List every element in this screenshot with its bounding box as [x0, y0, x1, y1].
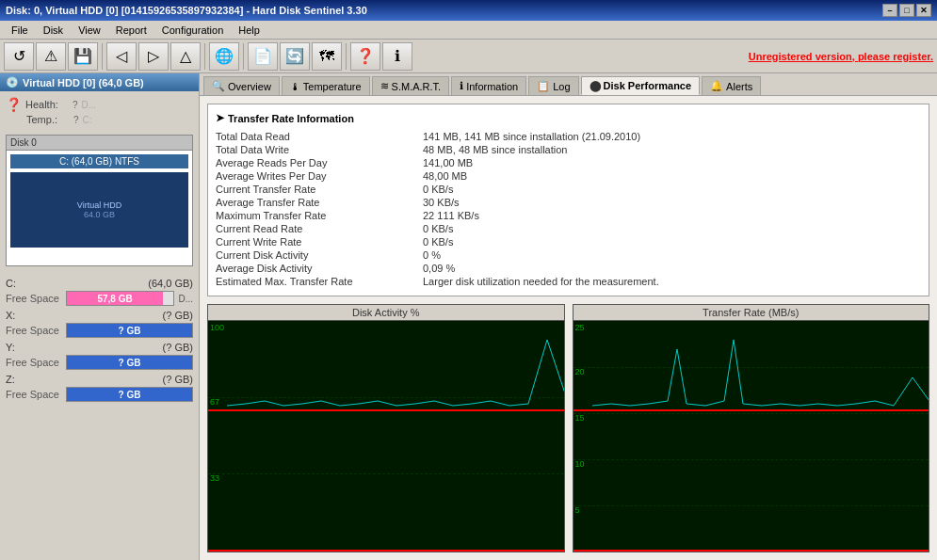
partition-list: C: (64,0 GB) Free Space 57,8 GB D... X: … — [0, 270, 199, 409]
info-row-7: Current Read Rate0 KB/s — [216, 222, 921, 235]
partition-y-header: Y: (? GB) — [6, 342, 193, 353]
information-icon: ℹ — [460, 80, 463, 92]
menu-configuration[interactable]: Configuration — [154, 23, 231, 38]
partition-z-free-label: Free Space — [6, 389, 62, 400]
toolbar-prev-btn[interactable]: ◁ — [106, 42, 137, 71]
tab-alerts[interactable]: 🔔 Alerts — [702, 76, 761, 95]
toolbar-globe-btn[interactable]: 🌐 — [209, 42, 239, 71]
info-icon: ➤ — [216, 112, 224, 124]
temp-label: Temp.: — [26, 114, 73, 125]
disk-visual: Disk 0 C: (64,0 GB) NTFS Virtual HDD 64.… — [6, 135, 193, 266]
toolbar-report-btn[interactable]: 📄 — [248, 42, 278, 71]
transfer-rate-title: Transfer Rate (MB/s) — [574, 305, 929, 321]
tab-information[interactable]: ℹ Information — [451, 76, 526, 95]
titlebar: Disk: 0, Virtual HDD [0] [01415926535897… — [0, 0, 937, 21]
transfer-rate-canvas: 25 20 15 10 5 — [574, 321, 929, 552]
info-row-6: Maximum Transfer Rate22 111 KB/s — [216, 209, 921, 222]
log-icon: 📋 — [537, 80, 550, 92]
partition-z-letter: Z: — [6, 374, 15, 385]
info-key-4: Current Transfer Rate — [216, 184, 423, 195]
chart-transfer-rate: Transfer Rate (MB/s) 25 20 15 10 5 — [573, 304, 930, 552]
partition-z-header: Z: (? GB) — [6, 374, 193, 385]
partition-y-size: (? GB) — [163, 342, 193, 353]
toolbar-about-btn[interactable]: ℹ — [382, 42, 412, 71]
toolbar-sep2 — [204, 43, 205, 70]
partition-x-header: X: (? GB) — [6, 310, 193, 321]
tab-overview[interactable]: 🔍 Overview — [203, 76, 280, 95]
minimize-button[interactable]: – — [882, 4, 897, 17]
health-suffix: D... — [82, 100, 97, 110]
temp-value: ? — [73, 115, 79, 125]
disk-performance-label: Disk Performance — [604, 80, 692, 91]
info-row-4: Current Transfer Rate0 KB/s — [216, 183, 921, 196]
toolbar-next-btn[interactable]: ▷ — [138, 42, 169, 71]
partition-x: X: (? GB) Free Space ? GB — [6, 310, 193, 338]
menu-file[interactable]: File — [4, 23, 36, 38]
smart-icon: ≋ — [380, 80, 389, 92]
menu-view[interactable]: View — [71, 23, 108, 38]
partition-y: Y: (? GB) Free Space ? GB — [6, 342, 193, 370]
toolbar-refresh-btn[interactable]: ↺ — [4, 42, 34, 71]
partition-c-bar-fill: 57,8 GB — [67, 292, 163, 305]
info-table: Total Data Read141 MB, 141 MB since inst… — [216, 130, 921, 288]
info-key-7: Current Read Rate — [216, 223, 423, 234]
info-key-8: Current Write Rate — [216, 236, 423, 248]
partition-c-header: C: (64,0 GB) — [6, 278, 193, 289]
maximize-button[interactable]: □ — [899, 4, 914, 17]
partition-c-free-label: Free Space — [6, 293, 62, 304]
menubar: File Disk View Report Configuration Help — [0, 21, 937, 40]
toolbar-info-btn[interactable]: ⚠ — [36, 42, 66, 71]
toolbar-save-btn[interactable]: 💾 — [68, 42, 98, 71]
partition-x-size: (? GB) — [163, 310, 193, 321]
toolbar-sep1 — [102, 43, 103, 70]
alerts-icon: 🔔 — [710, 80, 723, 92]
disk-activity-title: Disk Activity % — [208, 305, 564, 321]
transfer-rate-svg — [574, 321, 929, 552]
toolbar-help-btn[interactable]: ❓ — [350, 42, 380, 71]
overview-label: Overview — [228, 81, 271, 92]
info-key-2: Average Reads Per Day — [216, 157, 423, 168]
menu-disk[interactable]: Disk — [36, 23, 71, 38]
partition-x-bar-row: Free Space ? GB — [6, 323, 193, 338]
info-val-3: 48,00 MB — [423, 170, 467, 182]
info-row-8: Current Write Rate0 KB/s — [216, 235, 921, 248]
partition-c-size: (64,0 GB) — [148, 278, 193, 289]
unregistered-label[interactable]: Unregistered version, please register. — [749, 51, 933, 62]
info-val-9: 0 % — [423, 249, 441, 261]
info-val-0: 141 MB, 141 MB since installation (21.09… — [423, 131, 640, 142]
partition-x-letter: X: — [6, 310, 15, 321]
menu-report[interactable]: Report — [108, 23, 154, 38]
info-row-11: Estimated Max. Transfer RateLarger disk … — [216, 275, 921, 288]
toolbar-map-btn[interactable]: 🗺 — [312, 42, 342, 71]
tab-log[interactable]: 📋 Log — [528, 76, 578, 95]
info-key-10: Average Disk Activity — [216, 263, 423, 274]
transfer-rate-info-box: ➤ Transfer Rate Information Total Data R… — [207, 104, 929, 296]
titlebar-controls: – □ ✕ — [882, 4, 931, 17]
main-layout: 💿 Virtual HDD [0] (64,0 GB) ❓ Health: ? … — [0, 73, 937, 560]
info-key-11: Estimated Max. Transfer Rate — [216, 276, 423, 287]
close-button[interactable]: ✕ — [916, 4, 931, 17]
info-key-1: Total Data Write — [216, 144, 423, 155]
partition-y-bar-fill: ? GB — [67, 356, 192, 369]
drive-header: 💿 Virtual HDD [0] (64,0 GB) — [0, 73, 199, 91]
tab-disk-performance[interactable]: ⬤ Disk Performance — [581, 76, 701, 95]
information-label: Information — [466, 81, 518, 92]
partition-x-free-label: Free Space — [6, 325, 62, 336]
partition-z-size: (? GB) — [163, 374, 193, 385]
tab-smart[interactable]: ≋ S.M.A.R.T. — [372, 76, 450, 95]
log-label: Log — [553, 81, 570, 92]
titlebar-text: Disk: 0, Virtual HDD [0] [01415926535897… — [6, 5, 367, 16]
partition-c-icon[interactable]: D... — [178, 294, 193, 304]
menu-help[interactable]: Help — [231, 23, 267, 38]
toolbar-chart-btn[interactable]: 🔄 — [280, 42, 310, 71]
info-val-5: 30 KB/s — [423, 197, 460, 208]
disk-activity-canvas: 100 67 33 — [208, 321, 564, 552]
toolbar: ↺ ⚠ 💾 ◁ ▷ △ 🌐 📄 🔄 🗺 ❓ ℹ Unregistered ver… — [0, 40, 937, 73]
toolbar-up-btn[interactable]: △ — [170, 42, 201, 71]
tab-temperature[interactable]: 🌡 Temperature — [282, 76, 370, 95]
info-val-1: 48 MB, 48 MB since installation — [423, 144, 567, 155]
partition-y-bar-row: Free Space ? GB — [6, 355, 193, 370]
partition-c-bar: 57,8 GB — [66, 291, 174, 306]
partition-x-bar-fill: ? GB — [67, 324, 192, 337]
temperature-label: Temperature — [303, 81, 362, 92]
